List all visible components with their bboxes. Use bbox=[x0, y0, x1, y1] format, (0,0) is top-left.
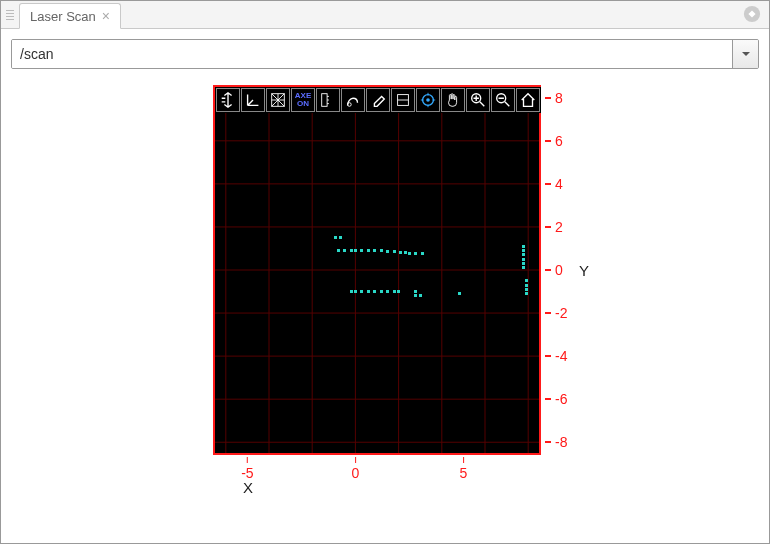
grid-icon[interactable] bbox=[266, 88, 290, 112]
y-tick: -6 bbox=[545, 391, 567, 407]
gear-icon[interactable] bbox=[743, 5, 761, 23]
panel-window: Laser Scan × AXEON bbox=[0, 0, 770, 544]
y-tick: 6 bbox=[545, 133, 563, 149]
topic-select[interactable] bbox=[11, 39, 759, 69]
x-tick: 5 bbox=[459, 457, 467, 481]
y-tick: 0 bbox=[545, 262, 563, 278]
y-tick: -2 bbox=[545, 305, 567, 321]
eraser-icon[interactable] bbox=[366, 88, 390, 112]
zoom-in-icon[interactable] bbox=[466, 88, 490, 112]
target-icon[interactable] bbox=[416, 88, 440, 112]
ruler-icon[interactable] bbox=[316, 88, 340, 112]
chevron-down-icon[interactable] bbox=[732, 40, 758, 68]
y-axis-label: Y bbox=[579, 262, 589, 279]
y-tick: -8 bbox=[545, 434, 567, 450]
svg-rect-19 bbox=[322, 94, 327, 107]
pan-hand-icon[interactable] bbox=[441, 88, 465, 112]
home-icon[interactable] bbox=[516, 88, 540, 112]
topic-input[interactable] bbox=[12, 40, 732, 68]
y-tick: -4 bbox=[545, 348, 567, 364]
fit-icon[interactable] bbox=[391, 88, 415, 112]
y-tick: 8 bbox=[545, 90, 563, 106]
axes3d-icon[interactable] bbox=[241, 88, 265, 112]
y-tick: 2 bbox=[545, 219, 563, 235]
tab-laser-scan[interactable]: Laser Scan × bbox=[19, 3, 121, 29]
plot-canvas[interactable]: AXEON bbox=[215, 87, 539, 453]
grid bbox=[215, 87, 539, 453]
axe-on-icon[interactable]: AXEON bbox=[291, 88, 315, 112]
translate-icon[interactable] bbox=[216, 88, 240, 112]
x-tick: 0 bbox=[351, 457, 359, 481]
x-axis-label: X bbox=[243, 479, 253, 496]
tab-title: Laser Scan bbox=[30, 9, 96, 24]
close-icon[interactable]: × bbox=[102, 9, 110, 23]
zoom-out-icon[interactable] bbox=[491, 88, 515, 112]
x-tick: -5 bbox=[241, 457, 253, 481]
hand-draw-icon[interactable] bbox=[341, 88, 365, 112]
content-area: AXEON -8-6-4-202468 -505 Y X bbox=[1, 29, 769, 543]
plot-toolbar: AXEON bbox=[215, 87, 541, 113]
plot-area: AXEON -8-6-4-202468 -505 Y X bbox=[175, 87, 595, 527]
y-tick: 4 bbox=[545, 176, 563, 192]
svg-point-23 bbox=[426, 98, 430, 102]
titlebar: Laser Scan × bbox=[1, 1, 769, 29]
drag-grip-icon[interactable] bbox=[3, 2, 17, 28]
